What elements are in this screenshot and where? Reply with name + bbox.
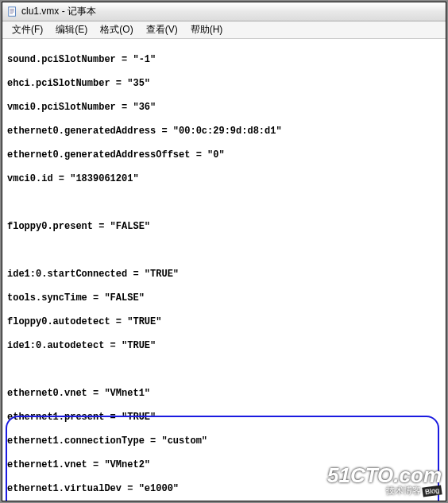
text-line: ethernet1.present = "TRUE" [7,412,441,424]
menu-file[interactable]: 文件(F) [6,21,49,38]
window-title: clu1.vmx - 记事本 [21,5,96,18]
text-line: vmci0.pciSlotNumber = "36" [7,102,441,114]
text-line [7,364,441,376]
text-line: ethernet1.vnet = "VMnet2" [7,459,441,471]
text-line [7,197,441,209]
menu-help[interactable]: 帮助(H) [184,21,230,38]
text-line: ethernet0.generatedAddressOffset = "0" [7,149,441,161]
text-line: ethernet1.connectionType = "custom" [7,435,441,447]
menubar: 文件(F) 编辑(E) 格式(O) 查看(V) 帮助(H) [2,21,446,39]
menu-view[interactable]: 查看(V) [140,21,184,38]
notepad-icon [7,6,18,17]
text-line: ethernet0.generatedAddress = "00:0c:29:9… [7,126,441,137]
text-line: vmci0.id = "1839061201" [7,173,441,185]
text-line: ethernet1.virtualDev = "e1000" [7,483,441,495]
text-line: ethernet0.vnet = "VMnet1" [7,388,441,400]
text-line: floppy0.autodetect = "TRUE" [7,316,441,328]
text-area[interactable]: sound.pciSlotNumber = "-1" ehci.pciSlotN… [2,39,446,501]
text-line [7,245,441,257]
text-line: ehci.pciSlotNumber = "35" [7,78,441,90]
menu-edit[interactable]: 编辑(E) [49,21,94,38]
text-line: ide1:0.startConnected = "TRUE" [7,269,441,281]
menu-format[interactable]: 格式(O) [94,21,139,38]
titlebar: clu1.vmx - 记事本 [2,2,446,21]
text-line: sound.pciSlotNumber = "-1" [7,54,441,66]
text-line: tools.syncTime = "FALSE" [7,292,441,304]
text-line: floppy0.present = "FALSE" [7,221,441,233]
text-line: ide1:0.autodetect = "TRUE" [7,340,441,352]
